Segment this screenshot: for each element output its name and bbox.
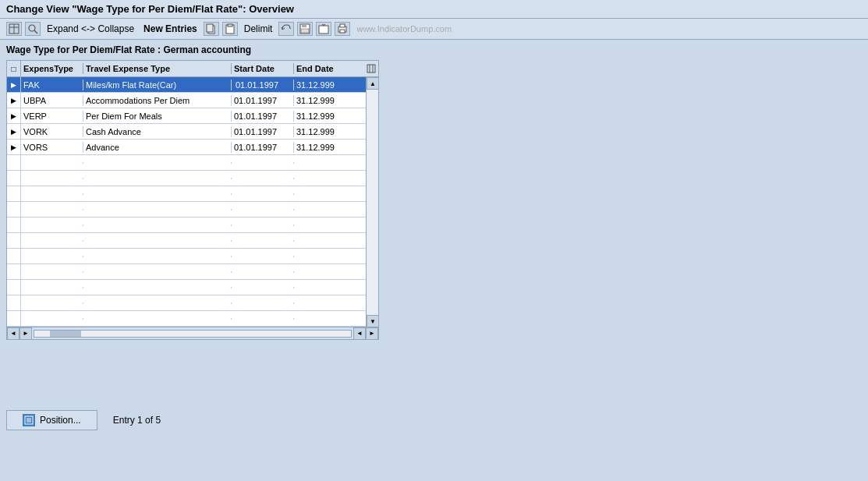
row-selector[interactable]: [7, 295, 21, 310]
title-bar: Change View "Wage Type for Per Diem/Flat…: [0, 0, 868, 19]
table-row[interactable]: ▶FAKMiles/km Flat Rate(Car)01.01.199731.…: [7, 77, 378, 93]
row-selector[interactable]: [7, 233, 21, 248]
table-row[interactable]: [7, 249, 378, 264]
cell-traveltype: [83, 271, 232, 273]
svg-rect-15: [340, 24, 345, 27]
cell-exptype: [21, 209, 83, 210]
table-row[interactable]: [7, 186, 378, 202]
date-highlight: 01.01.1997: [234, 80, 280, 90]
row-selector[interactable]: [7, 171, 21, 186]
row-selector[interactable]: [7, 186, 21, 201]
table-row[interactable]: ▶VERPPer Diem For Meals01.01.199731.12.9…: [7, 108, 378, 124]
cell-enddate: [294, 162, 356, 164]
save-icon[interactable]: [297, 22, 313, 36]
table-row[interactable]: [7, 295, 378, 311]
row-selector[interactable]: ▶: [7, 108, 21, 123]
expand-collapse-button[interactable]: Expand <-> Collapse: [44, 22, 137, 36]
cell-exptype: [21, 225, 83, 226]
table-row[interactable]: ▶VORKCash Advance01.01.199731.12.999: [7, 124, 378, 140]
scroll-up-arrow[interactable]: ▲: [367, 77, 379, 90]
delimit-button[interactable]: Delimit: [241, 22, 276, 36]
row-selector[interactable]: [7, 249, 21, 263]
row-selector[interactable]: ▶: [7, 77, 21, 92]
vertical-scrollbar[interactable]: ▲ ▼: [366, 77, 378, 327]
cell-enddate: 31.12.999: [294, 126, 356, 137]
search-icon[interactable]: [25, 22, 41, 36]
scroll-thumb-h[interactable]: [50, 331, 81, 337]
table-row[interactable]: [7, 233, 378, 249]
toolbar: Expand <-> Collapse New Entries Delimit: [0, 19, 868, 40]
scroll-left-outer-arrow[interactable]: ◄: [7, 327, 19, 340]
svg-rect-10: [302, 24, 306, 27]
scroll-left-inner-arrow[interactable]: ◄: [353, 327, 366, 340]
cell-startdate: 01.01.1997: [232, 142, 294, 153]
table-row[interactable]: [7, 155, 378, 171]
row-selector[interactable]: [7, 311, 21, 326]
row-selector[interactable]: ▶: [7, 140, 21, 154]
column-settings-icon[interactable]: [364, 64, 378, 73]
cell-startdate: [232, 209, 294, 210]
undo-icon[interactable]: [278, 22, 294, 36]
section-title: Wage Type for Per Diem/Flat Rate : Germa…: [6, 44, 862, 55]
svg-rect-8: [228, 24, 232, 27]
table-row[interactable]: [7, 218, 378, 233]
scroll-track-v[interactable]: [367, 90, 378, 315]
new-entries-button[interactable]: New Entries: [140, 22, 200, 36]
cell-enddate: [294, 271, 356, 273]
svg-rect-12: [319, 26, 328, 34]
cell-enddate: [294, 240, 356, 242]
cell-enddate: [294, 256, 356, 257]
scroll-right-inner-arrow[interactable]: ►: [366, 327, 378, 340]
cell-traveltype: [83, 287, 232, 288]
paste-icon[interactable]: [222, 22, 238, 36]
table-body: ▶FAKMiles/km Flat Rate(Car)01.01.199731.…: [7, 77, 378, 327]
horizontal-scrollbar[interactable]: ◄ ► ◄ ►: [7, 327, 378, 339]
col-header-exptype: ExpensType: [21, 63, 83, 74]
cell-enddate: 31.12.999: [294, 142, 356, 153]
row-selector[interactable]: ▶: [7, 124, 21, 139]
entry-count: Entry 1 of 5: [113, 415, 161, 426]
row-selector-header[interactable]: □: [7, 61, 21, 76]
cell-startdate: 01.01.1997: [232, 126, 294, 137]
cell-startdate: 01.01.1997: [232, 95, 294, 106]
table-row[interactable]: [7, 171, 378, 186]
cell-enddate: [294, 178, 356, 179]
col-header-enddate: End Date: [294, 63, 364, 74]
table-row[interactable]: [7, 311, 378, 327]
export-icon[interactable]: [316, 22, 331, 36]
cell-enddate: 31.12.999: [294, 111, 356, 122]
copy-icon[interactable]: [204, 22, 219, 36]
cell-traveltype: [83, 240, 232, 242]
cell-exptype: [21, 162, 83, 164]
svg-line-4: [34, 30, 37, 34]
table-row[interactable]: ▶UBPAAccommodations Per Diem01.01.199731…: [7, 93, 378, 108]
svg-rect-17: [367, 65, 375, 73]
table-row[interactable]: [7, 264, 378, 280]
svg-rect-6: [207, 24, 213, 32]
cell-startdate: 01.01.1997: [232, 80, 294, 90]
table-icon[interactable]: [6, 22, 22, 36]
table-row[interactable]: ▶VORSAdvance01.01.199731.12.999: [7, 140, 378, 155]
col-header-startdate: Start Date: [232, 63, 294, 74]
scroll-down-arrow[interactable]: ▼: [367, 315, 379, 327]
table-row[interactable]: [7, 202, 378, 218]
cell-exptype: [21, 178, 83, 179]
scroll-right-outer-arrow[interactable]: ►: [19, 327, 32, 340]
row-selector[interactable]: [7, 280, 21, 295]
cell-enddate: [294, 302, 356, 304]
cell-exptype: VORS: [21, 142, 83, 153]
row-selector[interactable]: [7, 202, 21, 217]
watermark: www.IndicatorDump.com: [356, 24, 452, 34]
row-selector[interactable]: ▶: [7, 93, 21, 108]
cell-exptype: FAK: [21, 80, 83, 90]
cell-startdate: [232, 318, 294, 320]
row-selector[interactable]: [7, 218, 21, 232]
table-row[interactable]: [7, 280, 378, 295]
cell-startdate: [232, 162, 294, 164]
row-selector[interactable]: [7, 155, 21, 170]
row-selector[interactable]: [7, 264, 21, 279]
cell-exptype: [21, 318, 83, 320]
scroll-track-h[interactable]: [34, 330, 352, 338]
position-button[interactable]: Position...: [6, 410, 97, 430]
print-icon[interactable]: [335, 22, 350, 36]
